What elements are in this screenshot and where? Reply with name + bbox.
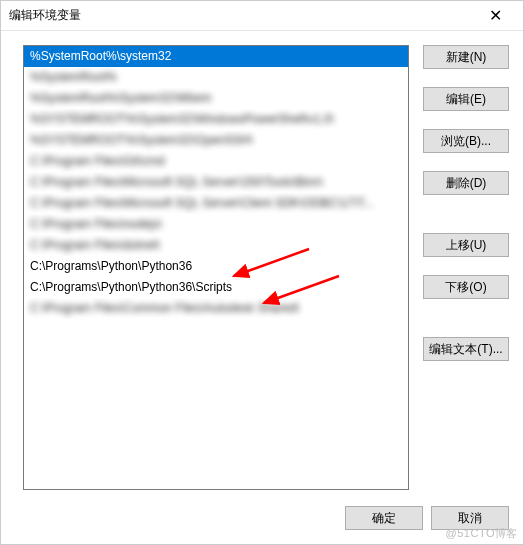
path-list-item[interactable]: C:\Program Files\nodejs\ — [24, 214, 408, 235]
path-value: %SystemRoot% — [30, 70, 117, 84]
path-list-item[interactable]: C:\Programs\Python\Python36 — [24, 256, 408, 277]
path-list-item[interactable]: C:\Program Files\Microsoft SQL Server\15… — [24, 172, 408, 193]
path-value: %SystemRoot%\system32 — [30, 49, 171, 63]
browse-button[interactable]: 浏览(B)... — [423, 129, 509, 153]
path-list-item[interactable]: C:\Program Files\dotnet\ — [24, 235, 408, 256]
edit-button[interactable]: 编辑(E) — [423, 87, 509, 111]
path-value: C:\Program Files\nodejs\ — [30, 217, 162, 231]
path-list-item[interactable]: %SystemRoot% — [24, 67, 408, 88]
cancel-button[interactable]: 取消 — [431, 506, 509, 530]
path-value: %SYSTEMROOT%\System32\OpenSSH\ — [30, 133, 253, 147]
path-list-item[interactable]: %SYSTEMROOT%\System32\WindowsPowerShell\… — [24, 109, 408, 130]
path-list-item[interactable]: C:\Program Files\Git\cmd — [24, 151, 408, 172]
delete-button[interactable]: 删除(D) — [423, 171, 509, 195]
content-area: %SystemRoot%\system32%SystemRoot%%System… — [1, 31, 523, 498]
titlebar: 编辑环境变量 ✕ — [1, 1, 523, 31]
path-value: C:\Program Files\Common Files\Autodesk S… — [30, 301, 299, 315]
path-value: C:\Program Files\Microsoft SQL Server\15… — [30, 175, 323, 189]
path-value: C:\Program Files\dotnet\ — [30, 238, 160, 252]
path-listbox[interactable]: %SystemRoot%\system32%SystemRoot%%System… — [23, 45, 409, 490]
button-sidebar: 新建(N) 编辑(E) 浏览(B)... 删除(D) 上移(U) 下移(O) 编… — [423, 45, 509, 490]
dialog-footer: 确定 取消 — [1, 498, 523, 544]
move-up-button[interactable]: 上移(U) — [423, 233, 509, 257]
close-button[interactable]: ✕ — [475, 2, 515, 30]
dialog-title: 编辑环境变量 — [9, 7, 475, 24]
path-value: C:\Programs\Python\Python36\Scripts — [30, 280, 232, 294]
path-list-item[interactable]: C:\Program Files\Common Files\Autodesk S… — [24, 298, 408, 319]
path-value: %SystemRoot%\System32\Wbem — [30, 91, 211, 105]
path-value: C:\Program Files\Git\cmd — [30, 154, 165, 168]
path-list-item[interactable]: %SystemRoot%\System32\Wbem — [24, 88, 408, 109]
edit-text-button[interactable]: 编辑文本(T)... — [423, 337, 509, 361]
new-button[interactable]: 新建(N) — [423, 45, 509, 69]
ok-button[interactable]: 确定 — [345, 506, 423, 530]
path-value: C:\Programs\Python\Python36 — [30, 259, 192, 273]
path-value: C:\Program Files\Microsoft SQL Server\Cl… — [30, 196, 374, 210]
path-list-item[interactable]: %SYSTEMROOT%\System32\OpenSSH\ — [24, 130, 408, 151]
environment-variable-editor-dialog: 编辑环境变量 ✕ %SystemRoot%\system32%SystemRoo… — [0, 0, 524, 545]
move-down-button[interactable]: 下移(O) — [423, 275, 509, 299]
path-list-item[interactable]: %SystemRoot%\system32 — [24, 46, 408, 67]
path-value: %SYSTEMROOT%\System32\WindowsPowerShell\… — [30, 112, 334, 126]
path-list-item[interactable]: C:\Program Files\Microsoft SQL Server\Cl… — [24, 193, 408, 214]
path-list-item[interactable]: C:\Programs\Python\Python36\Scripts — [24, 277, 408, 298]
